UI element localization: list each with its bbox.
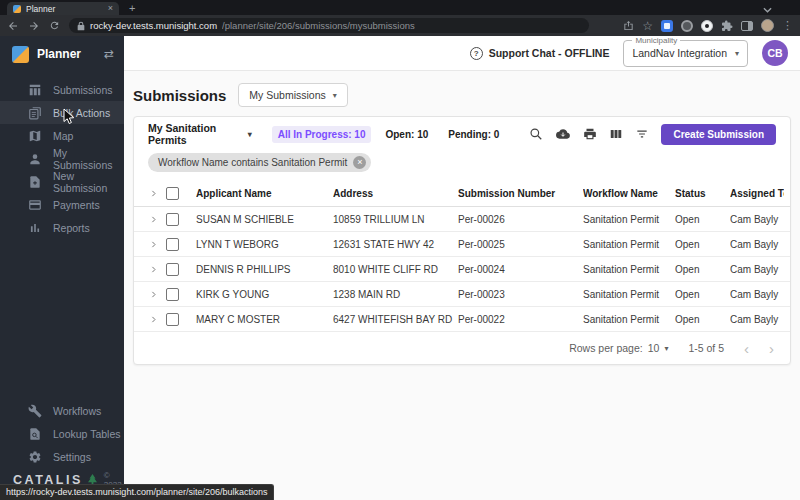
next-page-icon[interactable]: › xyxy=(769,341,774,356)
sidebar: Planner ⇄ Submissions Bulk Actions Map M… xyxy=(0,36,124,500)
extension-circle-icon[interactable] xyxy=(681,20,693,32)
sidebar-item-new-submission[interactable]: New Submission xyxy=(0,170,124,193)
municipality-value: LandNav Integration xyxy=(632,47,727,59)
cell-assigned: Cam Bayly xyxy=(730,314,784,325)
cell-assigned: Cam Bayly xyxy=(730,289,784,300)
col-workflow-name[interactable]: Workflow Name xyxy=(583,188,675,199)
pagination-range: 1-5 of 5 xyxy=(688,342,724,354)
row-checkbox[interactable] xyxy=(166,238,179,251)
row-checkbox[interactable] xyxy=(166,213,179,226)
support-chat[interactable]: ? Support Chat - OFFLINE xyxy=(470,47,610,60)
table-row[interactable]: KIRK G YOUNG 1238 MAIN RD Per-00023 Sani… xyxy=(134,282,790,307)
view-columns-icon[interactable] xyxy=(609,127,623,141)
cell-address: 12631 STATE HWY 42 xyxy=(333,239,458,250)
sidebar-item-label: Settings xyxy=(53,451,91,463)
tab-pending[interactable]: Pending: 0 xyxy=(442,126,505,143)
table-row[interactable]: MARY C MOSTER 6427 WHITEFISH BAY RD Per-… xyxy=(134,307,790,332)
filter-icon[interactable] xyxy=(635,127,649,141)
tab-all-in-progress[interactable]: All In Progress: 10 xyxy=(272,126,372,143)
sidebar-item-reports[interactable]: Reports xyxy=(0,216,124,239)
tab-search-chevron-icon[interactable] xyxy=(763,7,772,13)
municipality-select[interactable]: Municipality LandNav Integration ▾ xyxy=(623,40,748,67)
browser-actions: ☆ ⋮ xyxy=(623,19,793,33)
help-icon: ? xyxy=(470,47,483,60)
cell-workflow: Sanitation Permit xyxy=(583,289,675,300)
municipality-label: Municipality xyxy=(632,36,680,45)
sidebar-nav: Submissions Bulk Actions Map My Submissi… xyxy=(0,72,124,239)
rows-per-page-label: Rows per page: xyxy=(569,342,643,354)
row-checkbox[interactable] xyxy=(166,288,179,301)
sidebar-item-label: Submissions xyxy=(53,84,113,96)
bookmark-star-icon[interactable]: ☆ xyxy=(642,19,653,33)
expand-all-icon[interactable] xyxy=(149,189,158,198)
saved-filter-dropdown[interactable]: My Sanitation Permits ▾ xyxy=(148,122,252,146)
expand-row-icon[interactable] xyxy=(149,240,158,249)
sidebar-collapse-icon[interactable]: ⇄ xyxy=(104,47,114,61)
doc-search-icon xyxy=(28,427,42,441)
filter-chip[interactable]: Workflow Name contains Sanitation Permit… xyxy=(148,153,371,172)
user-avatar[interactable]: CB xyxy=(762,40,788,66)
row-checkbox[interactable] xyxy=(166,263,179,276)
cell-address: 8010 WHITE CLIFF RD xyxy=(333,264,458,275)
cell-status: Open xyxy=(675,314,730,325)
new-tab-button[interactable]: + xyxy=(129,2,135,15)
print-icon[interactable] xyxy=(583,127,597,141)
col-submission-number[interactable]: Submission Number xyxy=(458,188,583,199)
expand-row-icon[interactable] xyxy=(149,290,158,299)
browser-menu-icon[interactable]: ⋮ xyxy=(782,20,793,31)
sidebar-item-workflows[interactable]: Workflows xyxy=(0,399,124,422)
col-assigned-to[interactable]: Assigned To xyxy=(730,188,784,199)
map-icon xyxy=(28,129,42,143)
cell-workflow: Sanitation Permit xyxy=(583,314,675,325)
table-row[interactable]: SUSAN M SCHIEBLE 10859 TRILLIUM LN Per-0… xyxy=(134,207,790,232)
sidebar-item-lookup-tables[interactable]: Lookup Tables xyxy=(0,422,124,445)
content: Submissions My Submissions ▾ My Sanitati… xyxy=(124,71,800,365)
tab-open[interactable]: Open: 10 xyxy=(379,126,434,143)
view-selector-button[interactable]: My Submissions ▾ xyxy=(238,83,347,107)
table-row[interactable]: LYNN T WEBORG 12631 STATE HWY 42 Per-000… xyxy=(134,232,790,257)
rows-per-page-value: 10 xyxy=(648,342,660,354)
side-panel-icon[interactable] xyxy=(741,21,753,31)
back-icon[interactable] xyxy=(7,20,19,32)
select-all-checkbox[interactable] xyxy=(166,187,179,200)
chip-remove-icon[interactable]: × xyxy=(353,156,366,169)
prev-page-icon[interactable]: ‹ xyxy=(744,341,749,356)
col-status[interactable]: Status xyxy=(675,188,730,199)
forward-icon[interactable] xyxy=(28,20,40,32)
create-submission-button[interactable]: Create Submission xyxy=(661,124,776,145)
extension-record-icon[interactable] xyxy=(701,20,713,32)
browser-tab[interactable]: Planner × xyxy=(7,2,119,15)
sidebar-item-label: My Submissions xyxy=(53,147,124,171)
sidebar-item-map[interactable]: Map xyxy=(0,124,124,147)
extension-badge-icon[interactable] xyxy=(661,20,673,32)
expand-row-icon[interactable] xyxy=(149,215,158,224)
cell-applicant: SUSAN M SCHIEBLE xyxy=(196,214,333,225)
col-address[interactable]: Address xyxy=(333,188,458,199)
tab-close-icon[interactable]: × xyxy=(108,4,113,13)
view-selector-label: My Submissions xyxy=(249,89,325,101)
submissions-card: My Sanitation Permits ▾ All In Progress:… xyxy=(133,116,791,365)
table-row[interactable]: DENNIS R PHILLIPS 8010 WHITE CLIFF RD Pe… xyxy=(134,257,790,282)
cell-applicant: LYNN T WEBORG xyxy=(196,239,333,250)
address-bar[interactable]: rocky-dev.tests.munisight.com/planner/si… xyxy=(69,18,589,33)
sidebar-item-payments[interactable]: Payments xyxy=(0,193,124,216)
search-icon[interactable] xyxy=(529,127,543,141)
browser-profile-avatar[interactable] xyxy=(761,19,774,32)
app-name: Planner xyxy=(37,47,81,61)
sidebar-item-my-submissions[interactable]: My Submissions xyxy=(0,147,124,170)
share-icon[interactable] xyxy=(623,20,634,31)
cell-assigned: Cam Bayly xyxy=(730,264,784,275)
sidebar-item-submissions[interactable]: Submissions xyxy=(0,78,124,101)
sidebar-item-bulk-actions[interactable]: Bulk Actions xyxy=(0,101,124,124)
expand-row-icon[interactable] xyxy=(149,265,158,274)
col-applicant-name[interactable]: Applicant Name xyxy=(196,188,333,199)
reload-icon[interactable] xyxy=(49,20,60,31)
row-checkbox[interactable] xyxy=(166,313,179,326)
expand-row-icon[interactable] xyxy=(149,315,158,324)
rows-per-page[interactable]: Rows per page: 10 ▾ xyxy=(569,342,668,354)
chevron-down-icon: ▾ xyxy=(664,344,668,353)
cloud-download-icon[interactable] xyxy=(555,127,571,141)
sidebar-item-label: Payments xyxy=(53,199,100,211)
extensions-puzzle-icon[interactable] xyxy=(721,20,733,32)
sidebar-item-settings[interactable]: Settings xyxy=(0,445,124,468)
